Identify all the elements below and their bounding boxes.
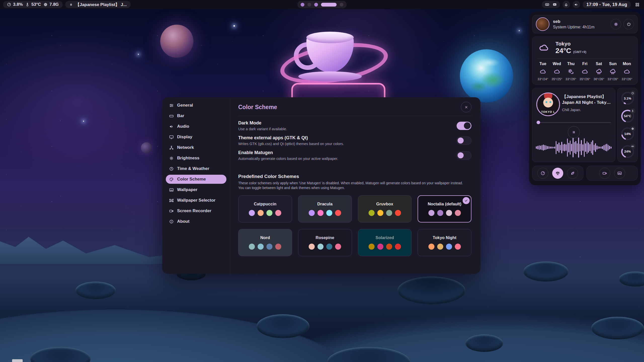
side-panel: seb System Uptime: 4h11m Tokyo 24°C (GMT… — [529, 12, 641, 185]
clock-pill[interactable]: 17:09 - Tue, 19 Aug — [583, 1, 631, 8]
visualizer-bar — [599, 147, 600, 149]
color-swatch — [377, 210, 383, 216]
speaker-icon — [574, 3, 578, 7]
scheme-card-catppuccin[interactable]: Catppuccin — [238, 195, 292, 222]
visualizer-bar — [549, 146, 550, 149]
forecast-temps: 33°/26° — [566, 77, 576, 81]
sidebar-item-display[interactable]: Display — [166, 132, 226, 142]
sidebar-item-time-weather[interactable]: Time & Weather — [166, 164, 226, 173]
scheme-card-nord[interactable]: Nord — [238, 229, 292, 256]
scheme-name: Nord — [260, 235, 270, 240]
temperature-value: 53°C — [31, 2, 41, 7]
color-swatch — [275, 244, 281, 250]
sidebar-item-network[interactable]: Network — [166, 143, 226, 152]
performance-profile-button[interactable] — [537, 168, 548, 179]
volume-button[interactable] — [573, 1, 580, 8]
scheme-card-noctalia[interactable]: Noctalia (default) — [418, 195, 471, 222]
visualizer-bar — [543, 145, 544, 151]
settings-button[interactable] — [611, 19, 621, 29]
powersaver-profile-button[interactable] — [567, 168, 578, 179]
balanced-profile-button[interactable] — [552, 168, 563, 179]
visualizer-bar — [575, 141, 576, 154]
forecast-temps: 36°/26° — [593, 77, 604, 81]
sidebar-item-screen-recorder[interactable]: Screen Recorder — [166, 206, 226, 215]
color-swatch — [249, 210, 255, 216]
close-button[interactable] — [461, 102, 471, 112]
visualizer-bar — [581, 140, 582, 155]
media-progress-dot[interactable] — [537, 121, 540, 124]
weather-timezone: (GMT+9) — [573, 50, 586, 54]
visualizer-bar — [608, 145, 609, 150]
workspace-dot[interactable] — [340, 3, 343, 7]
cpu-usage-value: 3.8% — [13, 2, 23, 7]
scheme-card-tokyo-night[interactable]: Tokyo Night — [418, 229, 471, 256]
sidebar-item-brightness[interactable]: Brightness — [166, 154, 226, 163]
power-profiles-card — [532, 166, 583, 181]
sidebar-item-color-scheme[interactable]: Color Scheme — [166, 175, 226, 184]
leaf-icon — [570, 171, 575, 176]
image-icon — [617, 171, 622, 176]
overview-button[interactable] — [633, 1, 641, 8]
matugen-toggle[interactable] — [457, 151, 471, 160]
workspace-dot[interactable] — [307, 3, 311, 7]
setting-row-dark-mode: Dark Mode Use a dark variant if availabl… — [238, 120, 471, 131]
cloud-icon — [537, 42, 551, 53]
forecast-temps: 33°/24° — [538, 77, 548, 81]
media-pill[interactable]: 【Japanese Playlist】 J... — [65, 1, 131, 8]
sidebar-item-bar[interactable]: Bar — [166, 111, 226, 120]
weather-icon — [567, 68, 574, 75]
workspace-dot[interactable] — [321, 3, 337, 7]
visualizer-bar — [582, 144, 583, 151]
brightness-icon — [169, 156, 174, 161]
forecast-day-label: Sat — [596, 62, 602, 66]
visualizer-bar — [557, 144, 558, 151]
sidebar-item-audio[interactable]: Audio — [166, 122, 226, 131]
scheme-card-dracula[interactable]: Dracula — [298, 195, 352, 222]
wallpaper-tray-icon[interactable] — [552, 2, 557, 7]
media-player-card: TOKYO L 【Japanese Playlist】 Japan All Ni… — [532, 88, 615, 162]
scheme-name: Gruvbox — [376, 202, 393, 206]
color-swatch — [309, 210, 315, 216]
bright-star — [519, 30, 520, 31]
scheme-card-solarized[interactable]: Solarized — [358, 229, 412, 256]
visualizer-bar — [547, 146, 548, 149]
notifications-button[interactable] — [562, 1, 570, 8]
color-swatch — [455, 210, 461, 216]
media-subtitle: Chill Japan. — [562, 108, 612, 112]
workspace-dot[interactable] — [301, 3, 304, 7]
workspace-dot[interactable] — [314, 3, 318, 7]
visualizer-bar — [606, 144, 607, 151]
visualizer-bar — [571, 144, 572, 151]
forecast-day-label: Wed — [553, 62, 561, 66]
color-swatch — [266, 244, 272, 250]
visualizer-bar — [561, 142, 562, 153]
scheme-card-gruvbox[interactable]: Gruvbox — [358, 195, 412, 222]
user-card: seb System Uptime: 4h11m — [532, 15, 638, 33]
sidebar-item-wallpaper[interactable]: Wallpaper — [166, 185, 226, 194]
dark-mode-toggle[interactable] — [457, 122, 471, 130]
bright-star — [233, 25, 235, 27]
keyboard-layout-icon[interactable] — [545, 2, 549, 7]
gear-icon — [614, 22, 618, 27]
power-button[interactable] — [623, 19, 634, 29]
gauge-temperature: 54°C — [621, 109, 635, 123]
play-pause-button[interactable] — [568, 126, 580, 138]
wallpaper-button[interactable] — [614, 168, 625, 179]
theme-external-toggle[interactable] — [457, 137, 471, 145]
forecast-day-label: Mon — [623, 62, 631, 66]
color-swatch — [266, 210, 272, 216]
forecast-day: Sun33°/26° — [607, 62, 619, 81]
scheme-name: Rosepine — [315, 235, 334, 240]
scheme-card-rosepine[interactable]: Rosepine — [298, 229, 352, 256]
sidebar-item-label: Color Scheme — [177, 177, 206, 182]
sidebar-item-general[interactable]: General — [166, 101, 226, 110]
scales-icon — [555, 171, 560, 176]
media-progress[interactable] — [536, 121, 611, 124]
screen-record-button[interactable] — [599, 168, 610, 179]
setting-desc: Automatically generate colors based on y… — [238, 157, 338, 161]
forecast-day-label: Sun — [609, 62, 617, 66]
coffee-cup-top — [306, 32, 354, 43]
sidebar-item-about[interactable]: About — [166, 217, 226, 226]
forecast-day: Mon33°/26° — [621, 62, 633, 81]
sidebar-item-wallpaper-selector[interactable]: Wallpaper Selector — [166, 196, 226, 205]
